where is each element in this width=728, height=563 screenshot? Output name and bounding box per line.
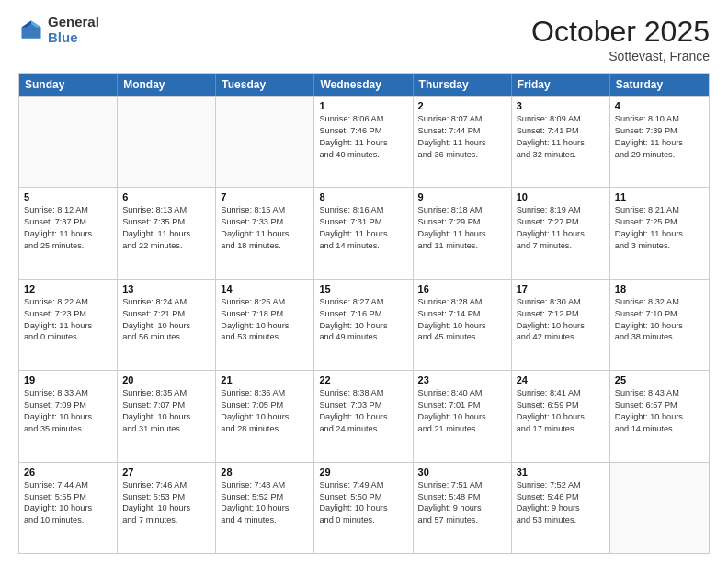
calendar-cell-r3c6: 25Sunrise: 8:43 AMSunset: 6:57 PMDayligh… <box>610 371 709 461</box>
cell-line: Sunrise: 8:15 AM <box>221 204 309 216</box>
cell-line: Sunrise: 8:38 AM <box>319 387 407 399</box>
cell-line: Sunrise: 8:10 AM <box>615 113 704 125</box>
cell-line: Sunset: 5:53 PM <box>122 491 210 503</box>
cell-line: and 49 minutes. <box>319 331 407 343</box>
cell-line: and 10 minutes. <box>24 514 112 526</box>
cell-line: and 0 minutes. <box>319 514 407 526</box>
cell-line: Sunset: 5:50 PM <box>319 491 407 503</box>
cell-line: Daylight: 10 hours <box>122 411 210 423</box>
cell-line: Sunrise: 8:27 AM <box>319 296 407 308</box>
cell-line: Sunrise: 8:33 AM <box>24 387 112 399</box>
day-header-monday: Monday <box>118 74 216 96</box>
cell-line: Sunset: 7:10 PM <box>615 308 704 320</box>
cell-line: and 35 minutes. <box>24 423 112 435</box>
cell-line: and 29 minutes. <box>615 149 704 161</box>
day-number: 28 <box>221 466 309 477</box>
cell-line: and 28 minutes. <box>221 423 309 435</box>
cell-line: Daylight: 10 hours <box>221 320 309 332</box>
cell-line: Sunrise: 8:22 AM <box>24 296 112 308</box>
cell-line: Daylight: 10 hours <box>24 502 112 514</box>
day-number: 15 <box>319 283 407 294</box>
location: Sottevast, France <box>531 49 710 63</box>
day-number: 18 <box>615 283 704 294</box>
logo-icon <box>18 17 44 43</box>
cell-line: Sunrise: 8:24 AM <box>122 296 210 308</box>
day-number: 11 <box>615 191 704 202</box>
cell-line: Sunrise: 8:12 AM <box>24 204 112 216</box>
cell-line: and 14 minutes. <box>615 423 704 435</box>
cell-line: Daylight: 10 hours <box>221 411 309 423</box>
calendar-cell-r3c0: 19Sunrise: 8:33 AMSunset: 7:09 PMDayligh… <box>19 371 118 461</box>
cell-line: and 38 minutes. <box>615 331 704 343</box>
cell-line: Sunrise: 8:16 AM <box>319 204 407 216</box>
day-number: 20 <box>122 374 210 385</box>
cell-line: Sunrise: 8:21 AM <box>615 204 704 216</box>
calendar-cell-r3c3: 22Sunrise: 8:38 AMSunset: 7:03 PMDayligh… <box>314 371 413 461</box>
calendar-cell-r1c4: 9Sunrise: 8:18 AMSunset: 7:29 PMDaylight… <box>414 188 512 278</box>
cell-line: Sunrise: 7:48 AM <box>221 479 309 491</box>
day-number: 1 <box>319 100 407 111</box>
cell-line: and 40 minutes. <box>319 149 407 161</box>
day-header-friday: Friday <box>512 74 610 96</box>
cell-line: Sunset: 7:23 PM <box>24 308 112 320</box>
calendar-body: 1Sunrise: 8:06 AMSunset: 7:46 PMDaylight… <box>19 96 709 553</box>
calendar-cell-r1c0: 5Sunrise: 8:12 AMSunset: 7:37 PMDaylight… <box>19 188 118 278</box>
cell-line: and 0 minutes. <box>24 331 112 343</box>
logo-text: General Blue <box>48 15 99 45</box>
day-number: 2 <box>418 100 506 111</box>
cell-line: Sunset: 5:55 PM <box>24 491 112 503</box>
cell-line: Daylight: 11 hours <box>517 228 605 240</box>
cell-line: Daylight: 11 hours <box>24 320 112 332</box>
cell-line: Sunrise: 8:35 AM <box>122 387 210 399</box>
calendar-cell-r1c2: 7Sunrise: 8:15 AMSunset: 7:33 PMDaylight… <box>216 188 314 278</box>
cell-line: Daylight: 10 hours <box>122 320 210 332</box>
day-number: 24 <box>517 374 605 385</box>
calendar-cell-r4c4: 30Sunrise: 7:51 AMSunset: 5:48 PMDayligh… <box>414 463 512 553</box>
cell-line: Sunrise: 8:41 AM <box>517 387 605 399</box>
cell-line: and 57 minutes. <box>418 514 506 526</box>
cell-line: and 11 minutes. <box>418 240 506 252</box>
cell-line: Sunset: 6:57 PM <box>615 399 704 411</box>
cell-line: Daylight: 11 hours <box>24 228 112 240</box>
calendar-cell-r3c1: 20Sunrise: 8:35 AMSunset: 7:07 PMDayligh… <box>118 371 216 461</box>
cell-line: Daylight: 11 hours <box>615 137 704 149</box>
calendar-cell-r4c2: 28Sunrise: 7:48 AMSunset: 5:52 PMDayligh… <box>216 463 314 553</box>
cell-line: Sunset: 7:41 PM <box>517 125 605 137</box>
calendar-cell-r2c1: 13Sunrise: 8:24 AMSunset: 7:21 PMDayligh… <box>118 280 216 370</box>
day-number: 3 <box>517 100 605 111</box>
cell-line: Sunrise: 8:07 AM <box>418 113 506 125</box>
cell-line: Daylight: 11 hours <box>418 137 506 149</box>
month-title: October 2025 <box>531 15 710 49</box>
cell-line: Sunset: 7:03 PM <box>319 399 407 411</box>
day-number: 16 <box>418 283 506 294</box>
cell-line: Sunrise: 8:25 AM <box>221 296 309 308</box>
day-number: 19 <box>24 374 112 385</box>
day-number: 29 <box>319 466 407 477</box>
cell-line: Sunrise: 8:32 AM <box>615 296 704 308</box>
cell-line: Sunset: 7:05 PM <box>221 399 309 411</box>
cell-line: Daylight: 10 hours <box>24 411 112 423</box>
cell-line: Sunrise: 8:09 AM <box>517 113 605 125</box>
day-number: 23 <box>418 374 506 385</box>
cell-line: Sunset: 5:52 PM <box>221 491 309 503</box>
day-number: 27 <box>122 466 210 477</box>
calendar-row-0: 1Sunrise: 8:06 AMSunset: 7:46 PMDaylight… <box>19 96 709 187</box>
cell-line: and 32 minutes. <box>517 149 605 161</box>
calendar-cell-r0c4: 2Sunrise: 8:07 AMSunset: 7:44 PMDaylight… <box>414 97 512 187</box>
day-number: 21 <box>221 374 309 385</box>
cell-line: Daylight: 9 hours <box>517 502 605 514</box>
cell-line: and 36 minutes. <box>418 149 506 161</box>
cell-line: Daylight: 10 hours <box>319 320 407 332</box>
calendar-cell-r0c5: 3Sunrise: 8:09 AMSunset: 7:41 PMDaylight… <box>512 97 610 187</box>
cell-line: and 22 minutes. <box>122 240 210 252</box>
cell-line: and 25 minutes. <box>24 240 112 252</box>
calendar-cell-r2c2: 14Sunrise: 8:25 AMSunset: 7:18 PMDayligh… <box>216 280 314 370</box>
cell-line: Sunrise: 8:19 AM <box>517 204 605 216</box>
cell-line: Sunrise: 8:43 AM <box>615 387 704 399</box>
cell-line: Sunset: 7:31 PM <box>319 216 407 228</box>
cell-line: Daylight: 10 hours <box>418 411 506 423</box>
calendar-row-1: 5Sunrise: 8:12 AMSunset: 7:37 PMDaylight… <box>19 187 709 278</box>
cell-line: Daylight: 10 hours <box>615 320 704 332</box>
calendar-cell-r2c5: 17Sunrise: 8:30 AMSunset: 7:12 PMDayligh… <box>512 280 610 370</box>
cell-line: Sunrise: 7:51 AM <box>418 479 506 491</box>
